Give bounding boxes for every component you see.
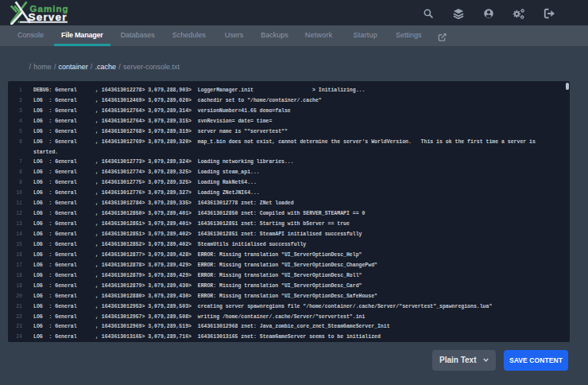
svg-text:Server: Server	[29, 11, 68, 23]
